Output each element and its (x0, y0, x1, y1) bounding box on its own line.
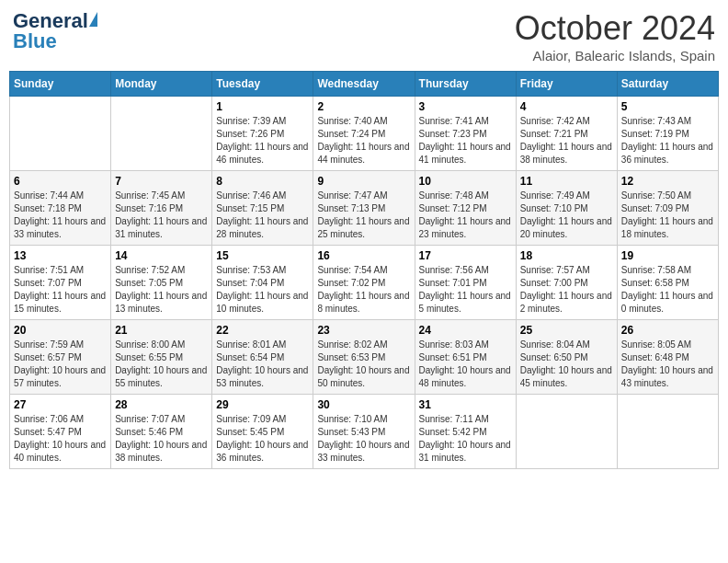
day-number: 22 (216, 324, 309, 337)
calendar-cell: 27Sunrise: 7:06 AMSunset: 5:47 PMDayligh… (10, 395, 111, 469)
day-info: Sunrise: 7:58 AMSunset: 6:58 PMDaylight:… (621, 264, 714, 316)
calendar-cell: 18Sunrise: 7:57 AMSunset: 7:00 PMDayligh… (516, 246, 617, 320)
day-number: 20 (14, 324, 107, 337)
calendar-week-5: 27Sunrise: 7:06 AMSunset: 5:47 PMDayligh… (10, 395, 719, 469)
logo: General Blue (13, 9, 98, 53)
day-number: 16 (317, 249, 410, 262)
header-day-wednesday: Wednesday (313, 72, 415, 97)
calendar-cell: 6Sunrise: 7:44 AMSunset: 7:18 PMDaylight… (10, 171, 111, 246)
day-number: 28 (115, 398, 208, 411)
calendar-week-2: 6Sunrise: 7:44 AMSunset: 7:18 PMDaylight… (10, 171, 719, 246)
day-number: 8 (216, 175, 309, 188)
day-number: 30 (317, 398, 410, 411)
calendar-cell: 15Sunrise: 7:53 AMSunset: 7:04 PMDayligh… (212, 246, 313, 320)
calendar-cell: 9Sunrise: 7:47 AMSunset: 7:13 PMDaylight… (313, 171, 415, 246)
calendar-cell: 22Sunrise: 8:01 AMSunset: 6:54 PMDayligh… (212, 320, 313, 395)
day-info: Sunrise: 7:41 AMSunset: 7:23 PMDaylight:… (419, 115, 512, 167)
day-info: Sunrise: 7:39 AMSunset: 7:26 PMDaylight:… (216, 115, 309, 167)
calendar-cell: 3Sunrise: 7:41 AMSunset: 7:23 PMDaylight… (415, 97, 516, 171)
header-day-thursday: Thursday (415, 72, 516, 97)
day-number: 13 (14, 249, 107, 262)
day-number: 23 (317, 324, 410, 337)
day-number: 5 (621, 100, 714, 113)
day-info: Sunrise: 8:04 AMSunset: 6:50 PMDaylight:… (520, 339, 613, 390)
day-info: Sunrise: 7:06 AMSunset: 5:47 PMDaylight:… (14, 413, 107, 465)
calendar-cell: 28Sunrise: 7:07 AMSunset: 5:46 PMDayligh… (111, 395, 212, 469)
header-day-monday: Monday (111, 72, 212, 97)
calendar-cell: 17Sunrise: 7:56 AMSunset: 7:01 PMDayligh… (415, 246, 516, 320)
calendar-table: SundayMondayTuesdayWednesdayThursdayFrid… (9, 71, 719, 469)
day-info: Sunrise: 8:01 AMSunset: 6:54 PMDaylight:… (216, 339, 309, 390)
day-number: 29 (216, 398, 309, 411)
day-info: Sunrise: 7:45 AMSunset: 7:16 PMDaylight:… (115, 190, 208, 241)
calendar-cell: 2Sunrise: 7:40 AMSunset: 7:24 PMDaylight… (313, 97, 415, 171)
calendar-week-4: 20Sunrise: 7:59 AMSunset: 6:57 PMDayligh… (10, 320, 719, 395)
calendar-cell: 11Sunrise: 7:49 AMSunset: 7:10 PMDayligh… (516, 171, 617, 246)
calendar-cell: 7Sunrise: 7:45 AMSunset: 7:16 PMDaylight… (111, 171, 212, 246)
day-number: 31 (419, 398, 512, 411)
logo-triangle-icon (89, 12, 97, 27)
calendar-week-3: 13Sunrise: 7:51 AMSunset: 7:07 PMDayligh… (10, 246, 719, 320)
calendar-cell: 10Sunrise: 7:48 AMSunset: 7:12 PMDayligh… (415, 171, 516, 246)
header-day-saturday: Saturday (617, 72, 718, 97)
day-number: 10 (419, 175, 512, 188)
page-header: General Blue October 2024 Alaior, Balear… (9, 9, 719, 63)
calendar-cell: 23Sunrise: 8:02 AMSunset: 6:53 PMDayligh… (313, 320, 415, 395)
location: Alaior, Balearic Islands, Spain (515, 48, 715, 63)
day-info: Sunrise: 7:40 AMSunset: 7:24 PMDaylight:… (317, 115, 410, 167)
day-number: 24 (419, 324, 512, 337)
day-info: Sunrise: 7:09 AMSunset: 5:45 PMDaylight:… (216, 413, 309, 465)
calendar-cell: 30Sunrise: 7:10 AMSunset: 5:43 PMDayligh… (313, 395, 415, 469)
day-number: 6 (14, 175, 107, 188)
calendar-header-row: SundayMondayTuesdayWednesdayThursdayFrid… (10, 72, 719, 97)
logo-blue: Blue (13, 29, 57, 53)
day-number: 3 (419, 100, 512, 113)
day-number: 25 (520, 324, 613, 337)
day-number: 26 (621, 324, 714, 337)
day-info: Sunrise: 7:56 AMSunset: 7:01 PMDaylight:… (419, 264, 512, 316)
day-number: 9 (317, 175, 410, 188)
calendar-cell: 24Sunrise: 8:03 AMSunset: 6:51 PMDayligh… (415, 320, 516, 395)
day-number: 1 (216, 100, 309, 113)
calendar-cell: 4Sunrise: 7:42 AMSunset: 7:21 PMDaylight… (516, 97, 617, 171)
day-number: 2 (317, 100, 410, 113)
calendar-cell: 26Sunrise: 8:05 AMSunset: 6:48 PMDayligh… (617, 320, 718, 395)
calendar-cell (111, 97, 212, 171)
day-info: Sunrise: 7:49 AMSunset: 7:10 PMDaylight:… (520, 190, 613, 241)
day-number: 7 (115, 175, 208, 188)
calendar-cell: 1Sunrise: 7:39 AMSunset: 7:26 PMDaylight… (212, 97, 313, 171)
day-info: Sunrise: 7:46 AMSunset: 7:15 PMDaylight:… (216, 190, 309, 241)
day-info: Sunrise: 8:00 AMSunset: 6:55 PMDaylight:… (115, 339, 208, 390)
calendar-cell: 5Sunrise: 7:43 AMSunset: 7:19 PMDaylight… (617, 97, 718, 171)
day-number: 12 (621, 175, 714, 188)
day-info: Sunrise: 7:50 AMSunset: 7:09 PMDaylight:… (621, 190, 714, 241)
calendar-cell: 12Sunrise: 7:50 AMSunset: 7:09 PMDayligh… (617, 171, 718, 246)
day-number: 17 (419, 249, 512, 262)
header-day-tuesday: Tuesday (212, 72, 313, 97)
day-info: Sunrise: 7:48 AMSunset: 7:12 PMDaylight:… (419, 190, 512, 241)
day-number: 27 (14, 398, 107, 411)
day-number: 21 (115, 324, 208, 337)
day-info: Sunrise: 7:10 AMSunset: 5:43 PMDaylight:… (317, 413, 410, 465)
calendar-cell: 13Sunrise: 7:51 AMSunset: 7:07 PMDayligh… (10, 246, 111, 320)
calendar-cell: 21Sunrise: 8:00 AMSunset: 6:55 PMDayligh… (111, 320, 212, 395)
day-info: Sunrise: 7:42 AMSunset: 7:21 PMDaylight:… (520, 115, 613, 167)
day-info: Sunrise: 8:03 AMSunset: 6:51 PMDaylight:… (419, 339, 512, 390)
calendar-cell: 8Sunrise: 7:46 AMSunset: 7:15 PMDaylight… (212, 171, 313, 246)
day-info: Sunrise: 7:43 AMSunset: 7:19 PMDaylight:… (621, 115, 714, 167)
day-info: Sunrise: 7:44 AMSunset: 7:18 PMDaylight:… (14, 190, 107, 241)
calendar-cell: 16Sunrise: 7:54 AMSunset: 7:02 PMDayligh… (313, 246, 415, 320)
calendar-cell: 20Sunrise: 7:59 AMSunset: 6:57 PMDayligh… (10, 320, 111, 395)
day-info: Sunrise: 7:54 AMSunset: 7:02 PMDaylight:… (317, 264, 410, 316)
day-number: 19 (621, 249, 714, 262)
calendar-cell: 29Sunrise: 7:09 AMSunset: 5:45 PMDayligh… (212, 395, 313, 469)
day-number: 4 (520, 100, 613, 113)
calendar-cell (617, 395, 718, 469)
title-block: October 2024 Alaior, Balearic Islands, S… (515, 9, 715, 63)
day-info: Sunrise: 7:47 AMSunset: 7:13 PMDaylight:… (317, 190, 410, 241)
day-info: Sunrise: 7:53 AMSunset: 7:04 PMDaylight:… (216, 264, 309, 316)
day-number: 15 (216, 249, 309, 262)
month-title: October 2024 (515, 9, 715, 48)
day-info: Sunrise: 7:57 AMSunset: 7:00 PMDaylight:… (520, 264, 613, 316)
day-info: Sunrise: 8:05 AMSunset: 6:48 PMDaylight:… (621, 339, 714, 390)
